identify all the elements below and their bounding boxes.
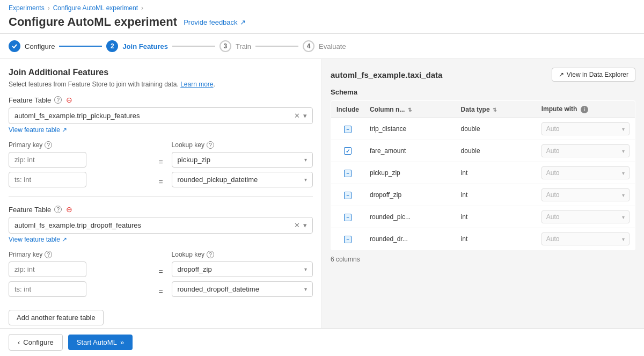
lookup-key-2-rounded-dropoff[interactable]: rounded_dropoff_datetime ▾ [172, 281, 313, 297]
th-impute-with: Impute with i [536, 101, 635, 118]
checkbox-cell-5[interactable]: – [331, 228, 365, 250]
col-type-cell-0: double [456, 118, 536, 140]
feature-table-1-keys: Primary key ? = = Lookup key [9, 141, 313, 187]
page-title: Configure AutoML experiment Provide feed… [9, 15, 635, 29]
checkbox-full-1: ✓ [344, 147, 352, 155]
checkbox-partial-4: – [344, 214, 352, 221]
clear-icon-1: ✕ [294, 112, 300, 120]
clear-icon-2: ✕ [294, 221, 300, 229]
connector-2-3 [172, 46, 215, 47]
column-count: 6 columns [331, 256, 635, 263]
impute-select-2[interactable]: Auto▾ [541, 166, 630, 179]
learn-more-link[interactable]: Learn more [180, 81, 213, 88]
impute-select-5[interactable]: Auto▾ [541, 233, 630, 245]
checkbox-cell-2[interactable]: – [331, 162, 365, 184]
feature-table-2-remove-icon[interactable]: ⊖ [65, 205, 74, 214]
table-row: –rounded_dr...intAuto▾ [331, 228, 635, 250]
feature-table-2-help-icon[interactable]: ? [54, 206, 62, 213]
breadcrumb-experiments[interactable]: Experiments [9, 4, 45, 12]
divider-1 [9, 196, 313, 197]
col-impute-cell-2[interactable]: Auto▾ [536, 162, 635, 184]
left-panel: Join Additional Features Select features… [0, 59, 322, 348]
external-link-icon-ft1: ↗ [62, 126, 67, 134]
feature-table-1-select-icons: ✕ ▾ [294, 112, 307, 120]
step-label-4: Evaluate [319, 42, 346, 50]
primary-key-1-zip-input[interactable] [9, 152, 86, 168]
chevron-down-icon-2: ▾ [303, 221, 307, 229]
th-column-name[interactable]: Column n... ⇅ [364, 101, 456, 118]
impute-select-0[interactable]: Auto▾ [541, 122, 630, 135]
breadcrumb-configure[interactable]: Configure AutoML experiment [53, 4, 138, 12]
impute-select-3[interactable]: Auto▾ [541, 188, 630, 201]
feature-table-2: Feature Table ? ⊖ automl_fs_example.trip… [9, 205, 313, 297]
lookup-key-label-1: Lookup key ? [172, 141, 313, 149]
breadcrumb-sep2: › [141, 4, 143, 12]
table-row: –rounded_pic...intAuto▾ [331, 206, 635, 228]
checkbox-cell-1[interactable]: ✓ [331, 140, 365, 162]
section-desc: Select features from Feature Store to jo… [9, 81, 313, 88]
th-data-type[interactable]: Data type ⇅ [456, 101, 536, 118]
feature-table-2-select[interactable]: automl_fs_example.trip_dropoff_features … [9, 217, 313, 234]
col-type-cell-2: int [456, 162, 536, 184]
impute-info-icon: i [581, 106, 588, 113]
step-circle-1 [9, 40, 20, 52]
feature-table-1-help-icon[interactable]: ? [54, 96, 62, 104]
impute-select-1[interactable]: Auto▾ [541, 144, 630, 157]
chevron-down-lk2-2: ▾ [304, 286, 307, 292]
add-feature-table-button[interactable]: Add another feature table [9, 310, 104, 325]
lookup-key-1-pickup-zip[interactable]: pickup_zip ▾ [172, 152, 313, 168]
lookup-key-1-rounded-pickup[interactable]: rounded_pickup_datetime ▾ [172, 172, 313, 187]
col-name-cell-2: pickup_zip [364, 162, 456, 184]
back-button[interactable]: ‹ Configure [9, 334, 63, 348]
col-impute-cell-3[interactable]: Auto▾ [536, 184, 635, 206]
feature-table-1: Feature Table ? ⊖ automl_fs_example.trip… [9, 96, 313, 187]
lookup-key-2-dropoff-zip[interactable]: dropoff_zip ▾ [172, 261, 313, 277]
primary-key-2-zip-input[interactable] [9, 261, 86, 277]
schema-table: Include Column n... ⇅ Data type ⇅ Impute… [331, 100, 635, 250]
feature-table-2-select-icons: ✕ ▾ [294, 221, 307, 229]
col-impute-cell-4[interactable]: Auto▾ [536, 206, 635, 228]
view-feature-table-2-link[interactable]: View feature table ↗ [9, 236, 313, 243]
col-name-cell-5: rounded_dr... [364, 228, 456, 250]
section-title: Join Additional Features [9, 68, 313, 77]
col-type-cell-4: int [456, 206, 536, 228]
col-impute-cell-1[interactable]: Auto▾ [536, 140, 635, 162]
step-label-3: Train [236, 42, 251, 50]
lookup-key-col-2: Lookup key ? dropoff_zip ▾ rounded_dropo… [172, 251, 313, 297]
primary-key-1-ts-input[interactable] [9, 172, 86, 187]
lookup-key-col-1: Lookup key ? pickup_zip ▾ rounded_pickup… [172, 141, 313, 187]
col-type-cell-1: double [456, 140, 536, 162]
col-name-cell-0: trip_distance [364, 118, 456, 140]
primary-key-1-help-icon[interactable]: ? [45, 141, 52, 149]
view-feature-table-1-link[interactable]: View feature table ↗ [9, 126, 313, 134]
checkbox-partial-5: – [344, 236, 352, 243]
feature-table-1-select[interactable]: automl_fs_example.trip_pickup_features ✕… [9, 107, 313, 124]
feature-table-1-remove-icon[interactable]: ⊖ [65, 96, 74, 104]
table-row: –pickup_zipintAuto▾ [331, 162, 635, 184]
impute-select-4[interactable]: Auto▾ [541, 210, 630, 223]
connector-3-4 [255, 46, 298, 47]
checkbox-partial-0: – [344, 126, 352, 133]
primary-key-2-ts-input[interactable] [9, 281, 86, 297]
rp-table-name: automl_fs_example.taxi_data [331, 70, 442, 79]
checkbox-cell-3[interactable]: – [331, 184, 365, 206]
schema-table-header-row: Include Column n... ⇅ Data type ⇅ Impute… [331, 101, 635, 118]
primary-key-col-2: Primary key ? [9, 251, 150, 297]
feedback-link[interactable]: Provide feedback ↗ [184, 18, 245, 26]
lookup-key-1-help-icon[interactable]: ? [207, 141, 214, 149]
start-automl-button[interactable]: Start AutoML » [68, 335, 133, 348]
schema-label: Schema [331, 88, 635, 96]
checkbox-cell-4[interactable]: – [331, 206, 365, 228]
chevron-down-lk2-1: ▾ [304, 266, 307, 272]
col-impute-cell-0[interactable]: Auto▾ [536, 118, 635, 140]
step-join-features: 2 Join Features [106, 40, 168, 52]
checkbox-cell-0[interactable]: – [331, 118, 365, 140]
lookup-key-2-help-icon[interactable]: ? [207, 251, 214, 258]
col-impute-cell-5[interactable]: Auto▾ [536, 228, 635, 250]
table-row: –dropoff_zipintAuto▾ [331, 184, 635, 206]
primary-key-2-help-icon[interactable]: ? [45, 251, 52, 258]
step-evaluate: 4 Evaluate [303, 40, 346, 52]
sort-icon-data-type: ⇅ [493, 107, 497, 113]
equals-signs-2: = = [158, 251, 163, 297]
view-in-data-explorer-button[interactable]: ↗ View in Data Explorer [552, 68, 635, 82]
